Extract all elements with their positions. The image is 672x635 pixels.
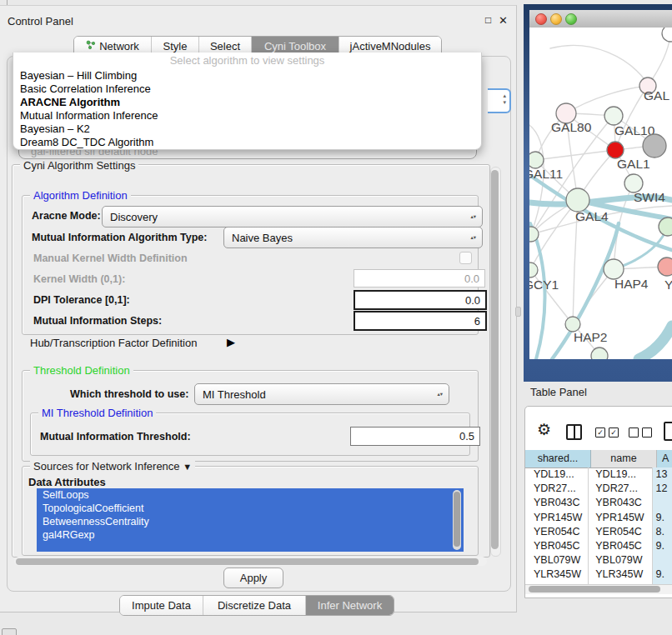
table-row[interactable]: YDR27...YDR27...12 — [525, 482, 672, 496]
close-traffic-light-icon[interactable] — [535, 13, 547, 25]
select-columns-icon[interactable] — [566, 424, 582, 440]
data-attribute-item[interactable]: SelfLoops — [37, 488, 464, 502]
network-view-titlebar[interactable] — [529, 10, 672, 28]
combo-stepper-icon: ▴▾ — [437, 392, 443, 397]
which-threshold-combo[interactable]: MI Threshold ▴▾ — [194, 383, 449, 405]
inference-algorithm-combo[interactable]: ▴▾ — [488, 88, 511, 113]
tab-discretize-data[interactable]: Discretize Data — [203, 596, 306, 615]
network-graph: GALGAL80GAL10GAL1GAL11SWI4GAL4GCY1HAP4YH… — [529, 28, 672, 359]
algorithm-option[interactable]: Bayesian – Hill Climbing — [13, 69, 481, 82]
network-edge[interactable] — [639, 326, 672, 359]
mi-type-combo[interactable]: Naive Bayes ▴▾ — [223, 227, 483, 248]
which-threshold-label: Which threshold to use: — [70, 388, 188, 400]
minimize-traffic-light-icon[interactable] — [550, 13, 562, 25]
data-attribute-item[interactable]: BetweennessCentrality — [37, 515, 464, 528]
network-node[interactable] — [591, 348, 608, 359]
tab-impute-data[interactable]: Impute Data — [120, 596, 203, 615]
manual-kernel-label: Manual Kernel Width Definition — [33, 252, 188, 264]
mi-steps-field[interactable]: 6 — [354, 311, 487, 331]
gear-icon[interactable]: ⚙ — [537, 420, 551, 439]
network-node[interactable] — [658, 258, 672, 276]
algorithm-option[interactable]: Mutual Information Inference — [13, 109, 481, 122]
table-row[interactable]: YBL079WYBL079W — [525, 553, 672, 568]
table-panel-title: Table Panel — [530, 386, 587, 398]
export-table-icon[interactable] — [664, 422, 672, 441]
network-node[interactable] — [529, 152, 544, 168]
close-window-icon[interactable]: ✕ — [499, 14, 508, 27]
table-horizontal-scrollbar-thumb[interactable] — [529, 586, 660, 592]
dpi-tolerance-field[interactable]: 0.0 — [354, 290, 487, 310]
expand-arrow-icon[interactable]: ▶ — [227, 336, 235, 348]
table-body: YDL19...YDL19...13YDR27...YDR27...12YBR0… — [525, 468, 672, 584]
tab-infer-network-label: Infer Network — [318, 596, 382, 615]
settings-vertical-scrollbar-thumb[interactable] — [491, 170, 499, 549]
kernel-width-label: Kernel Width (0,1): — [33, 273, 125, 285]
float-window-icon[interactable]: □ — [485, 14, 491, 26]
node-label: GAL1 — [617, 157, 650, 171]
unchecked-box-icon — [629, 428, 639, 438]
algorithm-option[interactable]: Dream8 DC_TDC Algorithm — [13, 136, 481, 149]
collapse-caret-icon: ▼ — [183, 462, 192, 472]
mi-threshold-field[interactable]: 0.5 — [350, 427, 480, 446]
node-label: GAL80 — [551, 120, 592, 134]
table-header-row: shared... name A — [525, 450, 672, 468]
kernel-width-field[interactable]: 0.0 — [354, 269, 485, 288]
table-row[interactable]: YDL19...YDL19...13 — [525, 468, 672, 482]
table-row[interactable]: YBR045CYBR045C9. — [525, 539, 672, 553]
data-attributes-label: Data Attributes — [28, 476, 106, 488]
data-attribute-item[interactable]: gal4RGexp — [37, 528, 464, 542]
network-node[interactable] — [659, 218, 672, 236]
table-cell: YDR27... — [589, 482, 652, 496]
hub-definition-label[interactable]: Hub/Transcription Factor Definition — [30, 337, 197, 349]
data-attributes-list[interactable]: SelfLoopsTopologicalCoefficientBetweenne… — [37, 488, 464, 552]
algorithm-option[interactable]: Basic Correlation Inference — [13, 82, 481, 96]
column-header-partial[interactable]: A — [657, 450, 672, 468]
algorithm-definition-title: Algorithm Definition — [30, 189, 131, 202]
table-row[interactable]: YER054CYER054C8. — [525, 525, 672, 539]
checked-box-icon: ✓ — [595, 428, 605, 438]
data-attribute-item[interactable]: TopologicalCoefficient — [37, 502, 464, 515]
network-node[interactable] — [566, 188, 589, 212]
network-node[interactable] — [643, 134, 666, 158]
which-threshold-value: MI Threshold — [203, 388, 266, 401]
settings-horizontal-scrollbar-thumb[interactable] — [16, 558, 479, 565]
sources-group-title[interactable]: Sources for Network Inference ▼ — [30, 460, 195, 472]
table-row[interactable]: YLR345WYLR345W9. — [525, 568, 672, 582]
table-row[interactable]: YPR145WYPR145W9. — [525, 511, 672, 525]
deselect-all-rows-icon[interactable] — [629, 428, 652, 438]
aracne-mode-combo[interactable]: Discovery ▴▾ — [102, 206, 483, 228]
threshold-definition-title: Threshold Definition — [30, 364, 133, 377]
mi-type-label: Mutual Information Algorithm Type: — [32, 232, 207, 243]
mi-threshold-label: Mutual Information Threshold: — [40, 431, 191, 442]
algorithm-option[interactable]: Bayesian – K2 — [13, 122, 481, 136]
column-header-name[interactable]: name — [591, 450, 657, 468]
network-edge[interactable] — [550, 45, 646, 82]
apply-button[interactable]: Apply — [223, 568, 283, 588]
table-cell: YBL079W — [589, 553, 652, 568]
settings-group-title: Cyni Algorithm Settings — [20, 159, 138, 172]
table-row[interactable]: YBR043CYBR043C — [525, 496, 672, 510]
network-node[interactable] — [607, 142, 624, 158]
algorithm-option-list: Bayesian – Hill ClimbingBasic Correlatio… — [13, 69, 481, 149]
table-cell: YBR045C — [589, 539, 652, 553]
network-node[interactable] — [529, 262, 538, 278]
table-cell — [653, 553, 672, 568]
algorithm-option[interactable]: ARACNE Algorithm — [13, 96, 481, 109]
manual-kernel-checkbox[interactable] — [459, 252, 472, 264]
network-node[interactable] — [604, 107, 623, 125]
attributes-scrollbar-thumb[interactable] — [454, 492, 460, 547]
zoom-traffic-light-icon[interactable] — [565, 13, 577, 25]
data-attribute-item-partial[interactable] — [37, 542, 464, 552]
node-label: HAP2 — [574, 330, 608, 344]
select-all-rows-icon[interactable]: ✓ ✓ — [595, 428, 619, 438]
tab-infer-network[interactable]: Infer Network — [306, 596, 394, 615]
network-node[interactable] — [662, 28, 672, 42]
network-canvas[interactable]: GALGAL80GAL10GAL1GAL11SWI4GAL4GCY1HAP4YH… — [529, 28, 672, 359]
splitter-handle[interactable] — [515, 307, 521, 317]
control-panel-title: Control Panel — [8, 15, 73, 28]
table-cell: YBR043C — [589, 496, 652, 510]
node-label: GAL11 — [529, 167, 563, 181]
corner-grip-button[interactable] — [2, 628, 17, 635]
network-edge[interactable] — [535, 150, 615, 160]
column-header-shared-name[interactable]: shared... — [525, 450, 591, 468]
